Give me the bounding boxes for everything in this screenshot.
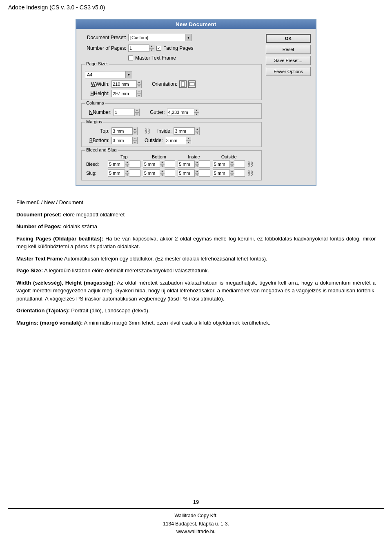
inside-spinner[interactable]: ▲ ▼	[194, 127, 199, 135]
portrait-icon[interactable]	[179, 80, 187, 88]
slug-bottom-spinner[interactable]: ▲ ▼	[160, 169, 165, 177]
bleed-top-input[interactable]: ▲ ▼	[108, 160, 140, 168]
number-spinner[interactable]: ▲ ▼	[134, 109, 139, 116]
slug-inside-field[interactable]	[178, 170, 194, 176]
height-spinner[interactable]: ▲ ▼	[136, 90, 141, 97]
outside-spinner[interactable]: ▲ ▼	[186, 137, 191, 144]
bottom-spinner[interactable]: ▲ ▼	[132, 137, 137, 144]
outside-input[interactable]: ▲ ▼	[165, 137, 191, 144]
bleed-top-spinner[interactable]: ▲ ▼	[125, 160, 129, 168]
bottom-up[interactable]: ▲	[133, 137, 137, 141]
document-preset-arrow[interactable]: ▼	[185, 34, 192, 41]
outside-up[interactable]: ▲	[186, 137, 191, 141]
document-preset-value[interactable]: [Custom]	[128, 34, 185, 41]
num-pages-down[interactable]: ▼	[149, 49, 154, 52]
width-input[interactable]: ▲ ▼	[111, 80, 142, 88]
width-field[interactable]	[112, 81, 136, 87]
bleed-top-field[interactable]	[108, 161, 125, 167]
num-pages-up[interactable]: ▲	[149, 45, 154, 49]
width-spinner[interactable]: ▲ ▼	[136, 80, 141, 88]
number-up[interactable]: ▲	[135, 109, 139, 113]
top-spinner[interactable]: ▲ ▼	[132, 127, 137, 135]
slug-inside-spinner[interactable]: ▲ ▼	[194, 169, 199, 177]
slug-top-field[interactable]	[108, 170, 125, 176]
slug-inside-input[interactable]: ▲ ▼	[178, 169, 210, 177]
top-input[interactable]: ▲ ▼	[111, 127, 138, 135]
height-down[interactable]: ▼	[137, 94, 141, 98]
bleed-outside-cell[interactable]: ▲ ▼	[212, 160, 247, 169]
document-preset-row: Document Preset: [Custom] ▼	[81, 34, 262, 41]
bleed-outside-field[interactable]	[213, 161, 229, 167]
slug-bottom-input[interactable]: ▲ ▼	[143, 169, 176, 177]
facing-pages-checkbox[interactable]: ✓	[156, 46, 161, 51]
para8-label: Margins: (margó vonalak):	[16, 320, 83, 326]
slug-bottom-cell[interactable]: ▲ ▼	[142, 169, 177, 178]
bleed-slug-label: Bleed and Slug	[85, 147, 118, 152]
page-size-arrow[interactable]: ▼	[126, 71, 132, 78]
inside-field[interactable]	[174, 128, 194, 134]
bleed-inside-cell[interactable]: ▲ ▼	[176, 160, 212, 169]
content-para2: Number of Pages: oldalak száma	[16, 223, 376, 231]
page-size-value[interactable]: A4	[85, 71, 126, 78]
col-chain	[246, 154, 258, 160]
slug-top-input[interactable]: ▲ ▼	[108, 169, 140, 177]
bleed-inside-field[interactable]	[178, 161, 194, 167]
bottom-input[interactable]: ▲ ▼	[111, 137, 138, 144]
bleed-bottom-spinner[interactable]: ▲ ▼	[160, 160, 165, 168]
gutter-input[interactable]: ▲ ▼	[167, 109, 199, 116]
number-field[interactable]	[114, 109, 134, 116]
landscape-icon[interactable]	[188, 80, 196, 88]
reset-button[interactable]: Reset	[266, 45, 311, 54]
num-pages-spinner[interactable]: ▲ ▼	[149, 45, 154, 52]
inside-input[interactable]: ▲ ▼	[174, 127, 200, 135]
bleed-outside-input[interactable]: ▲ ▼	[213, 160, 245, 168]
bleed-inside-spinner[interactable]: ▲ ▼	[194, 160, 199, 168]
gutter-up[interactable]: ▲	[194, 109, 199, 113]
bleed-outside-spinner[interactable]: ▲ ▼	[229, 160, 234, 168]
height-up[interactable]: ▲	[137, 90, 141, 94]
outside-down[interactable]: ▼	[186, 141, 191, 145]
inside-up[interactable]: ▲	[195, 127, 199, 131]
num-pages-field[interactable]	[129, 45, 149, 51]
inside-down[interactable]: ▼	[195, 131, 199, 135]
slug-bottom-field[interactable]	[143, 170, 160, 176]
fewer-options-button[interactable]: Fewer Options	[266, 67, 311, 76]
bleed-bottom-field[interactable]	[143, 161, 160, 167]
slug-inside-cell[interactable]: ▲ ▼	[176, 169, 212, 178]
master-text-checkbox[interactable]	[128, 56, 133, 60]
outside-field[interactable]	[165, 137, 186, 144]
document-preset-select[interactable]: [Custom] ▼	[128, 34, 192, 41]
bleed-top-cell[interactable]: ▲ ▼	[107, 160, 142, 169]
bottom-down[interactable]: ▼	[133, 141, 137, 145]
top-label: Top:	[85, 128, 109, 134]
bottom-field[interactable]	[112, 137, 132, 144]
slug-outside-field[interactable]	[213, 170, 229, 176]
bleed-bottom-cell[interactable]: ▲ ▼	[142, 160, 177, 169]
slug-top-cell[interactable]: ▲ ▼	[107, 169, 142, 178]
slug-outside-cell[interactable]: ▲ ▼	[212, 169, 247, 178]
top-down[interactable]: ▼	[133, 131, 137, 135]
height-input[interactable]: ▲ ▼	[111, 90, 142, 97]
bleed-bottom-input[interactable]: ▲ ▼	[143, 160, 176, 168]
gutter-field[interactable]	[167, 109, 194, 116]
page-size-select[interactable]: A4 ▼	[85, 71, 132, 78]
gutter-down[interactable]: ▼	[194, 113, 199, 116]
ok-button[interactable]: OK	[266, 34, 311, 43]
slug-outside-input[interactable]: ▲ ▼	[213, 169, 245, 177]
width-down[interactable]: ▼	[137, 85, 141, 88]
bleed-row-label: Bleed:	[85, 160, 107, 169]
width-up[interactable]: ▲	[137, 80, 141, 85]
slug-top-spinner[interactable]: ▲ ▼	[125, 169, 129, 177]
gutter-spinner[interactable]: ▲ ▼	[194, 109, 199, 116]
slug-outside-spinner[interactable]: ▲ ▼	[229, 169, 234, 177]
top-up[interactable]: ▲	[133, 127, 137, 131]
bleed-inside-input[interactable]: ▲ ▼	[178, 160, 210, 168]
col-inside-header: Inside	[176, 154, 212, 160]
width-label: WWidth:	[85, 81, 109, 87]
num-pages-input[interactable]: ▲ ▼	[128, 45, 154, 52]
number-down[interactable]: ▼	[135, 113, 139, 116]
save-preset-button[interactable]: Save Preset...	[266, 56, 311, 65]
top-field[interactable]	[112, 128, 132, 134]
number-input[interactable]: ▲ ▼	[114, 109, 140, 116]
height-field[interactable]	[112, 90, 136, 97]
